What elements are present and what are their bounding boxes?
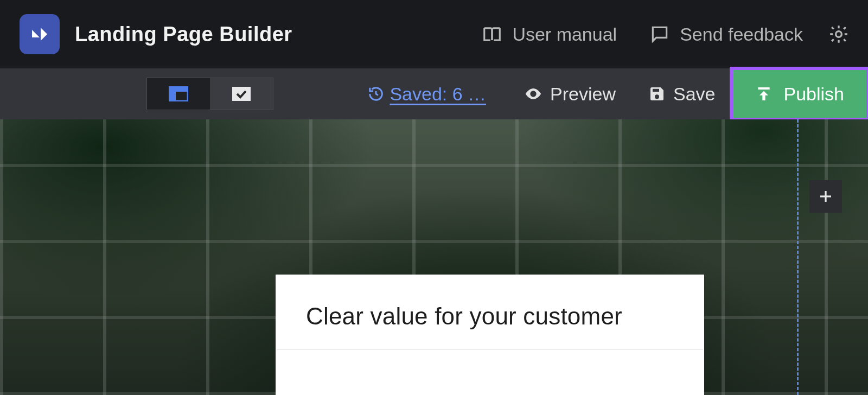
book-icon <box>482 24 502 44</box>
gear-icon <box>828 23 850 45</box>
layout-view-button[interactable] <box>147 78 210 110</box>
toolbar-actions: Saved: 6 … Preview Save <box>368 68 868 119</box>
eye-icon <box>524 85 542 103</box>
saved-status-label: Saved: 6 … <box>390 84 486 105</box>
send-feedback-link[interactable]: Send feedback <box>649 24 803 45</box>
svg-point-7 <box>532 92 535 95</box>
svg-marker-1 <box>41 28 47 41</box>
save-icon <box>648 85 666 103</box>
upload-icon <box>755 85 773 103</box>
saved-status[interactable]: Saved: 6 … <box>368 84 486 105</box>
app-header: Landing Page Builder User manual Send fe… <box>0 0 868 68</box>
user-manual-link[interactable]: User manual <box>482 24 617 45</box>
preview-label: Preview <box>550 84 616 105</box>
plus-icon <box>818 188 834 205</box>
chat-icon <box>649 24 670 44</box>
svg-rect-6 <box>232 87 251 101</box>
checklist-view-button[interactable] <box>210 78 273 110</box>
svg-rect-8 <box>758 87 770 90</box>
hero-title[interactable]: Clear value for your customer <box>276 275 704 349</box>
layout-icon <box>169 86 188 101</box>
svg-rect-4 <box>169 87 188 92</box>
logo-icon <box>29 23 50 45</box>
publish-label: Publish <box>783 84 844 105</box>
card-divider <box>277 349 703 350</box>
svg-point-2 <box>836 31 842 37</box>
add-element-button[interactable] <box>809 180 842 213</box>
app-title: Landing Page Builder <box>75 23 292 46</box>
save-button[interactable]: Save <box>632 68 732 119</box>
settings-button[interactable] <box>828 23 850 45</box>
alignment-guide <box>797 119 799 395</box>
hero-content-card[interactable]: Clear value for your customer <box>276 275 704 395</box>
history-icon <box>368 86 384 102</box>
editor-toolbar: Saved: 6 … Preview Save <box>0 68 868 119</box>
send-feedback-label: Send feedback <box>680 24 803 45</box>
user-manual-label: User manual <box>512 24 617 45</box>
preview-button[interactable]: Preview <box>508 68 632 119</box>
app-logo <box>20 14 60 54</box>
editor-canvas[interactable]: Clear value for your customer <box>0 119 868 395</box>
publish-button[interactable]: Publish <box>731 68 868 119</box>
save-label: Save <box>673 84 716 105</box>
check-icon <box>232 87 251 101</box>
view-toggle <box>146 78 273 110</box>
svg-marker-0 <box>32 30 40 37</box>
svg-rect-5 <box>169 92 176 101</box>
